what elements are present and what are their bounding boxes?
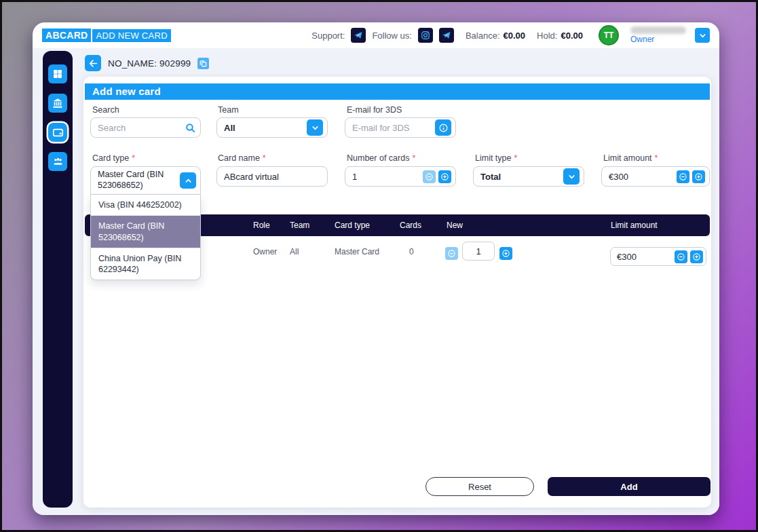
col-limit-amount: Limit amount [611,221,658,230]
user-avatar[interactable]: TT [599,25,619,45]
limit-amount-minus-icon[interactable] [677,170,689,183]
header-right: Support: Follow us: Balance: €0.00 Hold:… [311,25,710,45]
col-team: Team [290,221,309,230]
search-field [90,117,201,138]
row-role: Owner [253,247,277,256]
card-type-option-mastercard[interactable]: Master Card (BIN 523068652) [91,215,200,248]
add-new-card-panel: Add new card Search Team E-mail for 3DS … [83,77,711,508]
row-new-plus-icon[interactable] [499,247,512,260]
card-name-label: Card name* [218,153,266,163]
copy-icon[interactable] [197,58,209,69]
search-label: Search [92,105,119,115]
follow-telegram-icon[interactable] [439,28,454,43]
app-header: ABCARD ADD NEW CARD Support: Follow us: … [33,22,719,48]
card-type-select[interactable]: Master Card (BIN 523068652) [90,166,201,195]
back-button[interactable] [85,55,101,71]
col-new: New [447,221,463,230]
user-name-redacted [630,26,686,34]
balance-value: €0.00 [504,31,526,41]
app-logo: ABCARD [42,28,91,42]
limit-type-chevron-down-icon[interactable] [563,168,580,185]
sidebar-item-cards[interactable] [48,123,67,142]
sidebar-item-dashboard[interactable] [48,64,67,83]
card-name-field [216,166,328,187]
team-value: All [224,123,304,133]
app-window: ABCARD ADD NEW CARD Support: Follow us: … [33,22,719,515]
row-cards: 0 [409,247,414,256]
col-card-type: Card type [335,221,370,230]
email-3ds-label: E-mail for 3DS [347,105,402,115]
card-type-label: Card type* [92,153,135,163]
email-3ds-input[interactable] [352,123,432,133]
add-button[interactable]: Add [548,477,710,496]
follow-us-label: Follow us: [372,31,412,41]
breadcrumb: NO_NAME: 902999 [85,55,209,71]
number-of-cards-plus-icon[interactable] [438,170,451,183]
row-limit-minus-icon[interactable] [675,250,687,263]
row-card-type: Master Card [335,247,379,256]
email-3ds-field [345,117,456,138]
col-role: Role [253,221,270,230]
user-info: Owner [630,26,686,44]
sidebar-nav [43,51,73,508]
number-of-cards-label: Number of cards* [347,153,415,163]
row-new-input[interactable] [462,242,495,261]
col-cards: Cards [400,221,421,230]
search-input[interactable] [98,123,182,133]
row-limit-input[interactable] [617,252,672,262]
limit-amount-plus-icon[interactable] [692,170,705,183]
limit-amount-label: Limit amount* [603,153,658,163]
number-of-cards-minus-icon[interactable] [423,170,436,183]
row-new-minus-icon[interactable] [445,247,458,260]
hold-value: €0.00 [561,31,583,41]
team-chevron-down-icon[interactable] [307,119,323,136]
card-type-value: Master Card (BIN 523068652) [98,170,180,191]
user-role: Owner [630,35,686,44]
row-limit-plus-icon[interactable] [690,250,703,263]
card-type-chevron-up-icon[interactable] [180,172,196,189]
limit-amount-input[interactable] [609,172,674,182]
hold-label: Hold: [537,31,557,41]
team-label: Team [218,105,239,115]
panel-banner: Add new card [85,83,710,100]
sidebar-item-bank[interactable] [48,94,67,113]
sidebar-item-team[interactable] [48,152,67,171]
card-type-option-chinaunionpay[interactable]: China Union Pay (BIN 62293442) [91,248,200,280]
limit-type-label: Limit type* [475,153,517,163]
search-icon[interactable] [185,122,196,134]
reset-button[interactable]: Reset [425,477,534,496]
desktop-background: ABCARD ADD NEW CARD Support: Follow us: … [0,0,758,532]
instagram-icon[interactable] [418,28,433,43]
user-menu-chevron-down-icon[interactable] [695,28,710,43]
row-team: All [290,247,299,256]
page-body: NO_NAME: 902999 Add new card Search Team… [33,48,719,515]
balance-label: Balance: [466,31,500,41]
card-name-input[interactable] [224,172,323,182]
team-select[interactable]: All [216,117,328,138]
card-type-option-visa[interactable]: Visa (BIN 446252002) [91,195,200,215]
limit-amount-field [601,166,710,187]
card-type-dropdown: Visa (BIN 446252002) Master Card (BIN 52… [90,195,201,280]
number-of-cards-field [345,166,456,187]
limit-type-select[interactable]: Total [473,166,584,187]
support-label: Support: [311,31,345,41]
page-title: ADD NEW CARD [92,29,170,42]
account-title: NO_NAME: 902999 [108,58,191,69]
row-limit-field [610,247,706,266]
number-of-cards-input[interactable] [352,172,420,182]
support-telegram-icon[interactable] [351,28,366,43]
info-icon[interactable] [435,119,451,136]
limit-type-value: Total [480,172,561,182]
